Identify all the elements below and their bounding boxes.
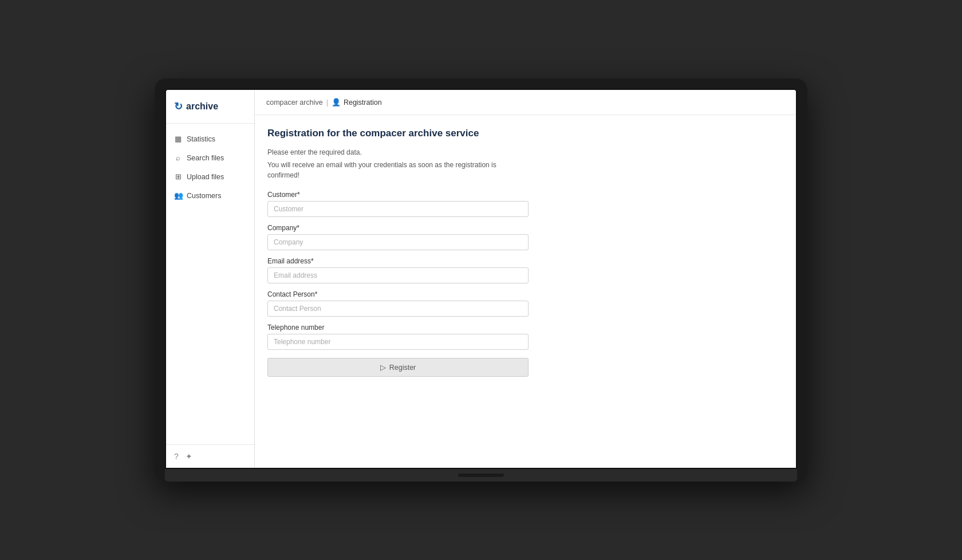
contact-person-field-group: Contact Person* — [267, 290, 529, 317]
sidebar-item-search-files[interactable]: ⌕ Search files — [166, 148, 254, 167]
logo-text: archive — [186, 101, 218, 112]
breadcrumb-separator: | — [326, 98, 328, 107]
register-button[interactable]: ▷ Register — [267, 358, 529, 377]
email-field-group: Email address* — [267, 257, 529, 283]
company-label: Company* — [267, 224, 529, 232]
sidebar-nav: ▦ Statistics ⌕ Search files ⊞ Upload fil… — [166, 124, 254, 444]
sidebar-item-upload-files[interactable]: ⊞ Upload files — [166, 167, 254, 186]
company-input[interactable] — [267, 234, 529, 250]
sidebar-item-label: Customers — [187, 192, 221, 200]
breadcrumb-parent: compacer archive — [266, 98, 323, 107]
help-icon[interactable]: ? — [174, 452, 179, 461]
company-field-group: Company* — [267, 224, 529, 250]
email-input[interactable] — [267, 267, 529, 283]
form-title: Registration for the compacer archive se… — [267, 128, 529, 139]
breadcrumb-current-label: Registration — [344, 98, 382, 107]
logo-icon: ↻ — [174, 100, 183, 113]
laptop-screen: ↻ archive ▦ Statistics ⌕ Search files ⊞ … — [165, 89, 797, 469]
laptop-frame: ↻ archive ▦ Statistics ⌕ Search files ⊞ … — [155, 78, 807, 482]
register-btn-label: Register — [389, 364, 416, 372]
email-label: Email address* — [267, 257, 529, 265]
registration-form-area: Registration for the compacer archive se… — [255, 115, 541, 389]
telephone-field-group: Telephone number — [267, 324, 529, 350]
search-icon: ⌕ — [174, 153, 182, 162]
form-description-line2: You will receive an email with your cred… — [267, 160, 529, 180]
sidebar-item-label: Upload files — [187, 173, 224, 181]
main-content: compacer archive | 👤 Registration Regist… — [255, 90, 796, 468]
sidebar-item-label: Statistics — [187, 135, 215, 143]
sidebar-logo: ↻ archive — [166, 90, 254, 124]
sidebar: ↻ archive ▦ Statistics ⌕ Search files ⊞ … — [166, 90, 255, 468]
upload-icon: ⊞ — [174, 172, 182, 181]
customer-input[interactable] — [267, 201, 529, 217]
registration-icon: 👤 — [332, 98, 341, 107]
telephone-label: Telephone number — [267, 324, 529, 332]
sidebar-footer: ? ✦ — [166, 444, 254, 468]
sidebar-item-label: Search files — [187, 154, 224, 162]
customer-label: Customer* — [267, 191, 529, 199]
register-btn-icon: ▷ — [380, 363, 386, 372]
sidebar-item-customers[interactable]: 👥 Customers — [166, 186, 254, 205]
customer-field-group: Customer* — [267, 191, 529, 217]
breadcrumb: compacer archive | 👤 Registration — [255, 90, 796, 115]
sidebar-item-statistics[interactable]: ▦ Statistics — [166, 129, 254, 148]
contact-person-input[interactable] — [267, 301, 529, 317]
customers-icon: 👥 — [174, 191, 182, 200]
settings-icon[interactable]: ✦ — [186, 452, 192, 461]
contact-person-label: Contact Person* — [267, 290, 529, 298]
telephone-input[interactable] — [267, 334, 529, 350]
statistics-icon: ▦ — [174, 135, 182, 143]
laptop-bottom — [165, 469, 797, 482]
breadcrumb-current: 👤 Registration — [332, 98, 382, 107]
form-description-line1: Please enter the required data. — [267, 147, 529, 157]
app-container: ↻ archive ▦ Statistics ⌕ Search files ⊞ … — [166, 90, 796, 468]
laptop-notch — [458, 474, 504, 477]
